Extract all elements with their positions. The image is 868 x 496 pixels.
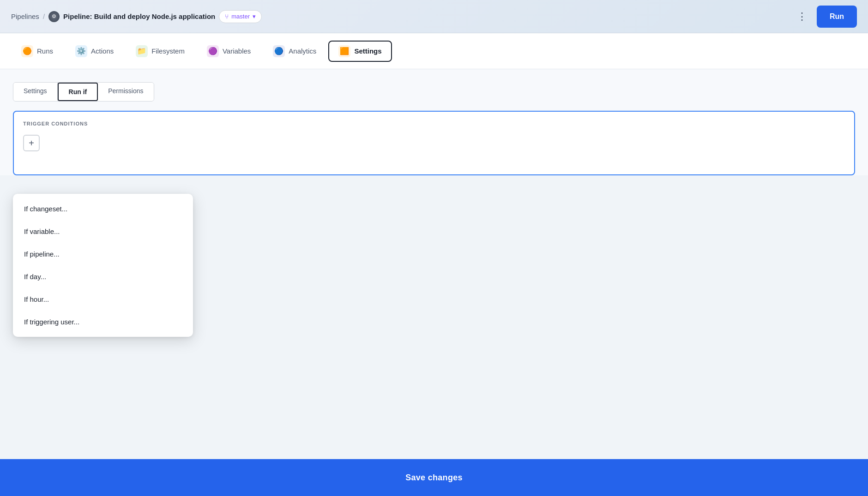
main-content: Settings Run if Permissions TRIGGER COND… (0, 69, 868, 175)
dropdown-item-day-label: If day... (24, 273, 46, 281)
plus-icon: + (29, 138, 34, 149)
dropdown-item-triggering-user-label: If triggering user... (24, 318, 79, 326)
sub-tab-permissions[interactable]: Permissions (98, 83, 153, 101)
dropdown-item-hour-label: If hour... (24, 295, 49, 303)
branch-selector[interactable]: ⑂ master ▾ (219, 10, 262, 23)
tab-analytics-label: Analytics (289, 47, 316, 55)
tab-variables-label: Variables (223, 47, 251, 55)
tab-runs[interactable]: 🟠 Runs (11, 41, 63, 62)
add-condition-button[interactable]: + (23, 135, 40, 151)
sub-tab-permissions-label: Permissions (108, 87, 143, 95)
header-actions: ⋮ Run (793, 6, 857, 28)
breadcrumb-pipelines-link[interactable]: Pipelines (11, 12, 39, 20)
save-changes-bar: Save changes (0, 459, 868, 496)
breadcrumb-separator: / (43, 12, 45, 20)
tab-runs-label: Runs (37, 47, 53, 55)
save-changes-button[interactable]: Save changes (405, 473, 463, 483)
run-button[interactable]: Run (817, 6, 857, 28)
chevron-down-icon: ▾ (253, 13, 256, 20)
dropdown-item-hour[interactable]: If hour... (13, 288, 193, 311)
analytics-icon: 🔵 (273, 45, 285, 57)
tab-settings[interactable]: 🟧 Settings (328, 41, 392, 62)
tab-settings-label: Settings (354, 47, 381, 55)
tab-variables[interactable]: 🟣 Variables (197, 41, 261, 62)
branch-name: master (231, 13, 250, 20)
trigger-conditions-box: TRIGGER CONDITIONS + (13, 111, 855, 175)
runs-icon: 🟠 (21, 45, 33, 57)
tab-filesystem[interactable]: 📁 Filesystem (126, 41, 195, 62)
top-header: Pipelines / ⚙ Pipeline: Build and deploy… (0, 0, 868, 33)
trigger-conditions-label: TRIGGER CONDITIONS (23, 121, 845, 126)
tab-filesystem-label: Filesystem (151, 47, 185, 55)
dropdown-item-day[interactable]: If day... (13, 265, 193, 288)
tab-analytics[interactable]: 🔵 Analytics (263, 41, 326, 62)
actions-icon: ⚙️ (75, 45, 87, 57)
tab-actions[interactable]: ⚙️ Actions (65, 41, 124, 62)
dropdown-item-triggering-user[interactable]: If triggering user... (13, 311, 193, 333)
sub-tab-settings[interactable]: Settings (13, 83, 58, 101)
sub-tab-group: Settings Run if Permissions (13, 82, 154, 102)
sub-tab-run-if-label: Run if (69, 88, 87, 96)
variables-icon: 🟣 (207, 45, 219, 57)
sub-tab-settings-label: Settings (24, 87, 47, 95)
sub-tabs: Settings Run if Permissions (13, 82, 855, 102)
dropdown-item-changeset[interactable]: If changeset... (13, 197, 193, 220)
dropdown-item-variable[interactable]: If variable... (13, 220, 193, 243)
dropdown-item-variable-label: If variable... (24, 227, 60, 235)
tab-actions-label: Actions (91, 47, 114, 55)
pipeline-icon: ⚙ (48, 11, 60, 22)
nav-tabs: 🟠 Runs ⚙️ Actions 📁 Filesystem 🟣 Variabl… (0, 33, 868, 69)
dropdown-item-pipeline[interactable]: If pipeline... (13, 243, 193, 265)
dropdown-menu: If changeset... If variable... If pipeli… (13, 194, 193, 337)
sub-tab-run-if[interactable]: Run if (58, 83, 98, 101)
breadcrumb: Pipelines / ⚙ Pipeline: Build and deploy… (11, 10, 788, 23)
branch-icon: ⑂ (225, 13, 229, 20)
more-options-button[interactable]: ⋮ (793, 7, 811, 26)
dropdown-item-changeset-label: If changeset... (24, 205, 67, 213)
pipeline-title: Pipeline: Build and deploy Node.js appli… (63, 12, 215, 20)
dropdown-item-pipeline-label: If pipeline... (24, 250, 60, 258)
filesystem-icon: 📁 (136, 45, 148, 57)
settings-icon: 🟧 (338, 45, 350, 57)
